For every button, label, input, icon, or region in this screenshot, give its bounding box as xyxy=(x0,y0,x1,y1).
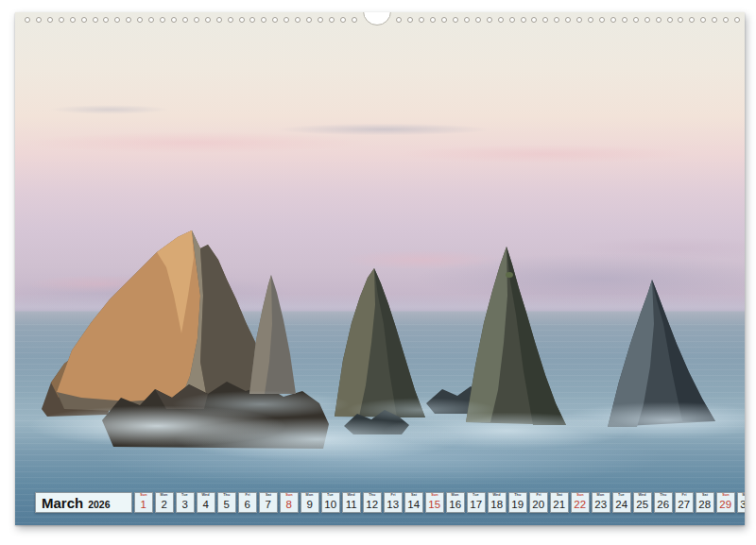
binding-hole xyxy=(59,17,64,23)
day-number: 16 xyxy=(449,500,461,510)
binding-hole xyxy=(656,17,662,23)
day-number: 4 xyxy=(203,500,209,510)
binding-hole xyxy=(25,17,30,23)
binding-hole xyxy=(47,17,53,23)
day-number: 7 xyxy=(266,500,271,510)
day-number: 29 xyxy=(719,500,731,510)
day-cell: Sun29 xyxy=(716,492,736,513)
binding-hole xyxy=(36,17,42,23)
weekday-label: Wed xyxy=(493,494,501,497)
binding-hole xyxy=(453,17,458,23)
day-cell: Tue3 xyxy=(176,492,196,513)
weekday-label: Thu xyxy=(514,494,521,497)
day-cell: Thu19 xyxy=(508,492,528,513)
weekday-label: Sun xyxy=(722,494,729,497)
day-number: 13 xyxy=(387,500,399,510)
binding-hole xyxy=(352,17,357,23)
weekday-label: Thu xyxy=(369,494,375,497)
day-number: 2 xyxy=(162,500,167,510)
day-cell: Mon9 xyxy=(301,492,320,513)
binding-hole xyxy=(70,17,76,23)
seascape-photo xyxy=(15,12,745,525)
day-number: 3 xyxy=(182,500,188,510)
binding-hole xyxy=(81,17,87,23)
year-label: 2026 xyxy=(88,499,110,510)
binding-hole xyxy=(509,17,515,23)
day-cell: Mon16 xyxy=(446,492,466,513)
day-number: 23 xyxy=(594,500,607,510)
day-cell: Mon2 xyxy=(155,492,175,513)
day-number: 6 xyxy=(245,500,250,510)
binding-hole xyxy=(329,17,335,23)
binding-hole xyxy=(93,17,98,23)
weekday-label: Sun xyxy=(140,494,146,497)
binding-hole xyxy=(306,17,312,23)
day-number: 24 xyxy=(615,500,627,510)
weekday-label: Fri xyxy=(681,494,686,497)
weekday-label: Mon xyxy=(452,494,459,497)
weekday-label: Fri xyxy=(390,494,395,497)
day-cell: Sun1 xyxy=(134,492,154,513)
day-number: 21 xyxy=(553,500,565,510)
day-cell: Sat7 xyxy=(259,492,279,513)
day-cell: Fri27 xyxy=(675,492,695,513)
binding-hole xyxy=(205,17,211,23)
binding-hole xyxy=(588,17,593,23)
binding-hole xyxy=(216,17,222,23)
binding-hole xyxy=(171,17,177,23)
day-cell: Sun15 xyxy=(425,492,445,513)
day-number: 18 xyxy=(490,500,503,510)
day-cell: Thu26 xyxy=(654,492,674,513)
weekday-label: Sat xyxy=(702,494,708,497)
day-cell: Mon30 xyxy=(737,492,746,513)
day-cell: Sat14 xyxy=(404,492,424,513)
day-number: 25 xyxy=(636,500,648,510)
day-number: 30 xyxy=(740,500,745,510)
day-cell: Tue10 xyxy=(321,492,341,513)
weekday-label: Mon xyxy=(597,494,605,497)
day-number: 27 xyxy=(678,500,690,510)
day-number: 20 xyxy=(532,500,544,510)
binding-hole xyxy=(521,17,526,23)
day-cell: Sat28 xyxy=(696,492,715,513)
day-cell: Wed18 xyxy=(488,492,507,513)
weekday-label: Sat xyxy=(557,494,562,497)
binding-hole xyxy=(194,17,199,23)
weekday-label: Thu xyxy=(223,494,230,497)
binding-hole xyxy=(498,17,504,23)
day-number: 14 xyxy=(407,500,420,510)
binding-hole xyxy=(487,17,492,23)
binding-hole xyxy=(610,17,616,23)
day-cell: Thu12 xyxy=(363,492,383,513)
binding-hole xyxy=(599,17,605,23)
day-cell: Tue17 xyxy=(467,492,487,513)
month-label: March xyxy=(42,496,83,511)
weekday-label: Fri xyxy=(536,494,541,497)
binding-hole xyxy=(734,17,740,23)
binding-hole xyxy=(340,17,346,23)
day-cell: Sun22 xyxy=(571,492,591,513)
weekday-label: Wed xyxy=(639,494,646,497)
weekday-label: Tue xyxy=(181,494,188,497)
binding-hole xyxy=(318,17,323,23)
binding-hole xyxy=(239,17,245,23)
day-number: 5 xyxy=(224,500,230,510)
date-strip: March 2026 Sun1Mon2Tue3Wed4Thu5Fri6Sat7S… xyxy=(35,492,745,513)
day-cell: Wed4 xyxy=(197,492,216,513)
day-number: 22 xyxy=(574,500,586,510)
binding-hole xyxy=(182,17,188,23)
day-number: 15 xyxy=(428,500,440,510)
day-number: 1 xyxy=(141,500,146,510)
binding-hole xyxy=(644,17,650,23)
binding-hole xyxy=(228,17,233,23)
weekday-label: Wed xyxy=(202,494,210,497)
weekday-label: Mon xyxy=(306,494,314,497)
weekday-label: Wed xyxy=(348,494,355,497)
day-cell: Fri20 xyxy=(529,492,549,513)
weekday-label: Fri xyxy=(245,494,249,497)
weekday-label: Sat xyxy=(411,494,417,497)
day-number: 28 xyxy=(698,500,711,510)
day-number: 26 xyxy=(657,500,669,510)
day-number: 12 xyxy=(366,500,378,510)
binding-hole xyxy=(622,17,627,23)
